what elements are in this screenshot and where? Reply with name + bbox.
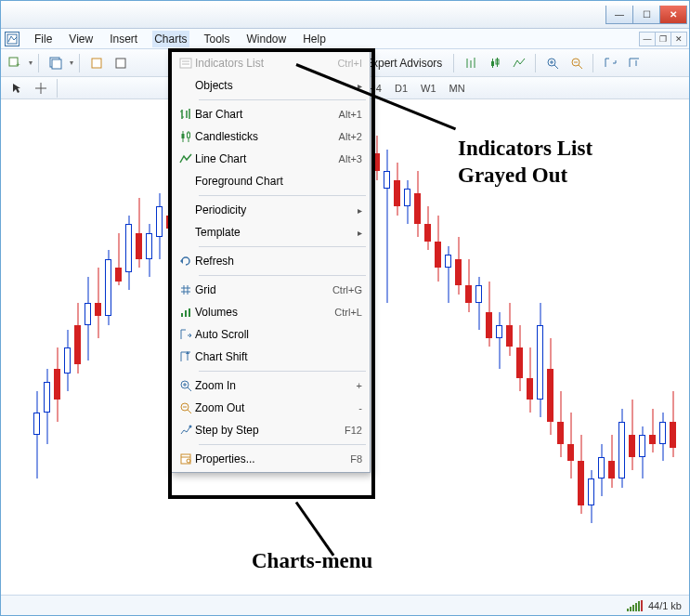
bar-chart-button[interactable] xyxy=(461,53,481,73)
autoscroll-icon xyxy=(176,328,195,341)
candle xyxy=(496,99,502,595)
menu-item-volumes[interactable]: VolumesCtrl+L xyxy=(173,301,368,323)
menu-item-label: Volumes xyxy=(195,306,334,319)
timeframe-mn[interactable]: MN xyxy=(445,80,470,97)
menu-item-candlesticks[interactable]: CandlesticksAlt+2 xyxy=(173,125,368,148)
line-chart-button[interactable] xyxy=(509,53,529,73)
candle xyxy=(475,99,482,595)
svg-line-54 xyxy=(188,410,191,413)
bar-chart-icon xyxy=(176,108,195,121)
mdi-minimize-button[interactable]: — xyxy=(639,32,656,46)
market-watch-button[interactable] xyxy=(86,53,107,73)
titlebar: — ☐ ✕ xyxy=(1,1,689,29)
maximize-button[interactable]: ☐ xyxy=(632,6,660,24)
candle xyxy=(486,99,492,595)
indicators-list-icon xyxy=(176,57,195,70)
mdi-restore-button[interactable]: ❐ xyxy=(655,32,671,46)
candle xyxy=(146,99,152,595)
menu-item-auto-scroll[interactable]: Auto Scroll xyxy=(173,323,368,346)
chart-shift-button[interactable] xyxy=(624,53,644,73)
zoom-in-button[interactable] xyxy=(542,53,563,73)
candle xyxy=(527,99,533,595)
menu-item-label: Template xyxy=(195,226,358,239)
crosshair-button[interactable] xyxy=(31,78,51,98)
menu-item-shortcut: F8 xyxy=(350,453,362,465)
connection-status: 44/1 kb xyxy=(648,600,682,611)
menu-item-zoom-in[interactable]: Zoom In+ xyxy=(173,374,368,397)
separator xyxy=(199,195,366,196)
menu-item-refresh[interactable]: Refresh xyxy=(173,250,368,272)
candle xyxy=(384,99,390,595)
svg-line-17 xyxy=(554,65,558,69)
menu-item-label: Foreground Chart xyxy=(195,175,362,188)
menu-insert[interactable]: Insert xyxy=(108,31,139,47)
svg-rect-5 xyxy=(92,59,101,68)
app-icon xyxy=(5,32,20,46)
svg-marker-24 xyxy=(13,84,20,93)
menu-item-label: Zoom Out xyxy=(195,401,358,414)
cursor-button[interactable] xyxy=(7,78,27,98)
submenu-arrow-icon: ▸ xyxy=(358,228,362,238)
candle xyxy=(455,99,462,595)
svg-point-56 xyxy=(189,426,192,428)
svg-rect-38 xyxy=(188,133,190,138)
menu-item-objects[interactable]: Objects▸ xyxy=(173,74,368,97)
candle xyxy=(516,99,523,595)
candle xyxy=(608,99,615,595)
close-button[interactable]: ✕ xyxy=(659,6,687,24)
zoom-out-button[interactable] xyxy=(566,53,587,73)
profiles-button[interactable] xyxy=(46,53,66,73)
menu-tools[interactable]: Tools xyxy=(202,31,232,47)
menu-charts[interactable]: Charts xyxy=(152,31,189,47)
submenu-arrow-icon: ▸ xyxy=(358,205,362,216)
svg-rect-44 xyxy=(181,313,183,317)
timeframe-d1[interactable]: D1 xyxy=(390,80,412,97)
menu-item-properties[interactable]: Properties...F8 xyxy=(173,448,368,470)
candle xyxy=(649,99,656,595)
menu-item-periodicity[interactable]: Periodicity▸ xyxy=(173,199,368,221)
menu-item-line-chart[interactable]: Line ChartAlt+3 xyxy=(173,148,368,170)
menu-item-chart-shift[interactable]: Chart Shift xyxy=(173,346,368,368)
data-window-button[interactable] xyxy=(111,53,131,73)
new-chart-button[interactable]: + xyxy=(5,53,25,73)
connection-signal-icon xyxy=(627,600,643,611)
menu-item-zoom-out[interactable]: Zoom Out- xyxy=(173,397,368,419)
candlestick-button[interactable] xyxy=(485,53,505,73)
menu-item-template[interactable]: Template▸ xyxy=(173,221,368,243)
menu-item-label: Grid xyxy=(195,283,332,296)
candle xyxy=(567,99,574,595)
timeframe-w1[interactable]: W1 xyxy=(416,80,441,97)
menu-item-shortcut: F12 xyxy=(345,425,362,436)
menu-view[interactable]: View xyxy=(67,31,95,47)
candle xyxy=(537,99,543,595)
candle xyxy=(414,99,421,595)
candle xyxy=(670,99,676,595)
candle xyxy=(445,99,451,595)
menu-item-shortcut: - xyxy=(358,402,362,413)
zoom-in-icon xyxy=(176,379,195,392)
menu-window[interactable]: Window xyxy=(245,31,289,47)
menu-item-label: Zoom In xyxy=(195,379,357,392)
menubar: File View Insert Charts Tools Window Hel… xyxy=(1,29,689,49)
menu-help[interactable]: Help xyxy=(301,31,328,47)
candle xyxy=(95,99,101,595)
menu-file[interactable]: File xyxy=(33,31,54,47)
svg-text:+: + xyxy=(16,60,20,69)
expert-advisors-label: Expert Advisors xyxy=(365,57,442,70)
menu-item-bar-chart[interactable]: Bar ChartAlt+1 xyxy=(173,103,368,125)
svg-rect-4 xyxy=(52,59,61,69)
candle xyxy=(105,99,111,595)
menu-item-foreground-chart[interactable]: Foreground Chart xyxy=(173,170,368,192)
menu-item-shortcut: Alt+2 xyxy=(339,131,362,142)
menu-item-grid[interactable]: GridCtrl+G xyxy=(173,279,368,301)
menu-item-step-by-step[interactable]: Step by StepF12 xyxy=(173,419,368,441)
svg-rect-36 xyxy=(182,134,185,138)
mdi-close-button[interactable]: ✕ xyxy=(670,32,687,46)
auto-scroll-button[interactable] xyxy=(600,53,620,73)
menu-item-label: Chart Shift xyxy=(195,350,362,363)
menu-item-label: Indicators List xyxy=(195,57,337,70)
menu-item-shortcut: Alt+3 xyxy=(339,153,362,164)
minimize-button[interactable]: — xyxy=(605,6,633,24)
candle xyxy=(629,99,635,595)
submenu-arrow-icon: ▸ xyxy=(358,81,362,91)
